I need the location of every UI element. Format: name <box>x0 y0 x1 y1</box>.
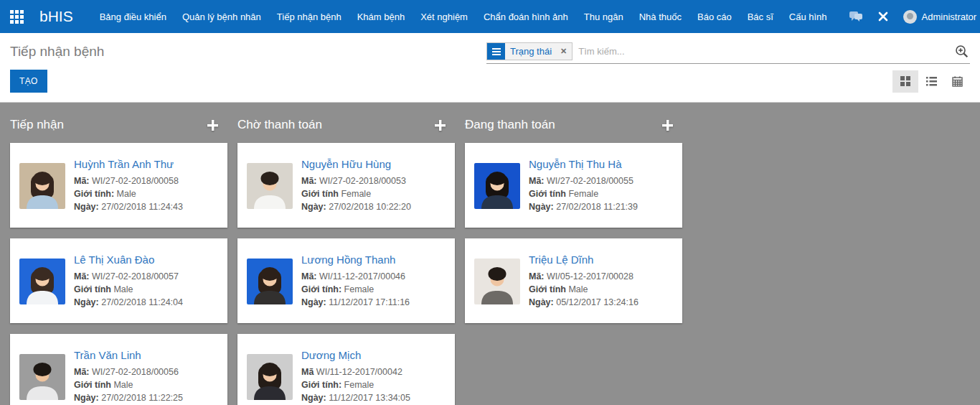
messages-icon[interactable] <box>849 11 863 22</box>
patient-name-link[interactable]: Nguyễn Thị Thu Hà <box>529 158 638 170</box>
column-title: Tiếp nhận <box>10 118 64 132</box>
patient-date: Ngày: 27/02/2018 11:22:25 <box>74 391 183 404</box>
create-button[interactable]: TẠO <box>10 70 47 93</box>
patient-name-link[interactable]: Trần Văn Linh <box>74 349 183 361</box>
view-switcher <box>892 70 970 93</box>
tools-icon[interactable] <box>877 11 889 22</box>
add-record-icon[interactable] <box>207 120 218 131</box>
patient-gender: Giới tính Male <box>529 283 639 296</box>
patient-code: Mã: WI/27-02-2018/00057 <box>74 270 183 283</box>
search-input[interactable] <box>573 44 955 59</box>
patient-code: Mã: WI/27-02-2018/00056 <box>74 366 183 378</box>
control-panel: Tiếp nhận bệnh Trạng thái ✕ <box>0 33 980 103</box>
facet-remove-icon[interactable]: ✕ <box>555 43 572 60</box>
patient-code: Mã: WI/11-12-2017/00046 <box>301 270 410 283</box>
facet-label: Trạng thái <box>505 43 555 60</box>
search-view: Trạng thái ✕ <box>486 42 970 64</box>
patient-date: Ngày: 27/02/2018 11:24:43 <box>74 200 183 213</box>
column-title: Đang thanh toán <box>465 118 555 132</box>
patient-date: Ngày: 11/12/2017 13:34:05 <box>301 391 410 404</box>
menu-item[interactable]: Nhà thuốc <box>631 11 689 22</box>
patient-date: Ngày: 27/02/2018 10:22:20 <box>301 200 411 213</box>
patient-gender: Giới tính Male <box>74 283 183 296</box>
kanban-view-button[interactable] <box>892 70 918 93</box>
filter-icon <box>487 43 505 60</box>
menu-item[interactable]: Bác sĩ <box>740 11 781 22</box>
list-view-button[interactable] <box>918 70 944 93</box>
app-brand[interactable]: bHIS <box>39 8 73 25</box>
patient-gender: Giới tính: Female <box>301 378 410 391</box>
patient-gender: Giới tính: Female <box>301 283 410 296</box>
patient-code: Mã: WI/27-02-2018/00055 <box>529 174 638 187</box>
patient-code: Mã WI/11-12-2017/00042 <box>301 366 410 378</box>
patient-gender: Giới tính Female <box>301 187 411 200</box>
kanban-board: Tiếp nhận Huỳnh Trần Anh Thư Mã: WI/27-0… <box>0 103 980 405</box>
patient-gender: Giới tính: Male <box>74 187 183 200</box>
patient-photo <box>19 163 65 209</box>
patient-card[interactable]: Trần Văn Linh Mã: WI/27-02-2018/00056 Gi… <box>10 334 227 405</box>
patient-gender: Giới tính Female <box>529 187 638 200</box>
kanban-column: Tiếp nhận Huỳnh Trần Anh Thư Mã: WI/27-0… <box>10 118 227 405</box>
patient-date: Ngày: 11/12/2017 17:11:16 <box>301 296 410 309</box>
add-record-icon[interactable] <box>662 120 673 131</box>
kanban-column: Chờ thanh toán Nguyễn Hữu Hùng Mã: WI/27… <box>237 118 455 405</box>
patient-card[interactable]: Nguyễn Thị Thu Hà Mã: WI/27-02-2018/0005… <box>465 143 682 228</box>
main-menu: Bảng điều khiểnQuản lý bệnh nhânTiếp nhậ… <box>92 11 835 22</box>
patient-card[interactable]: Huỳnh Trần Anh Thư Mã: WI/27-02-2018/000… <box>10 143 227 228</box>
patient-code: Mã: WI/27-02-2018/00058 <box>74 174 183 187</box>
navbar-right: Administrator <box>835 10 980 24</box>
patient-photo <box>19 259 65 304</box>
patient-photo <box>247 163 293 209</box>
patient-date: Ngày: 27/02/2018 11:24:04 <box>74 296 183 309</box>
top-navbar: bHIS Bảng điều khiểnQuản lý bệnh nhânTiế… <box>0 0 980 33</box>
search-facet: Trạng thái ✕ <box>486 42 573 60</box>
patient-card[interactable]: Nguyễn Hữu Hùng Mã: WI/27-02-2018/00053 … <box>237 143 455 228</box>
patient-card[interactable]: Triệu Lệ Dĩnh Mã: WI/05-12-2017/00028 Gi… <box>465 238 682 323</box>
patient-date: Ngày: 05/12/2017 13:24:16 <box>529 296 639 309</box>
menu-item[interactable]: Khám bệnh <box>349 11 413 22</box>
patient-photo <box>474 259 520 304</box>
user-avatar <box>903 10 917 24</box>
user-menu[interactable]: Administrator <box>903 10 980 24</box>
patient-card[interactable]: Lương Hồng Thanh Mã: WI/11-12-2017/00046… <box>237 238 455 323</box>
patient-name-link[interactable]: Huỳnh Trần Anh Thư <box>74 158 183 170</box>
patient-card[interactable]: Dương Mịch Mã WI/11-12-2017/00042 Giới t… <box>237 334 455 405</box>
menu-item[interactable]: Bảng điều khiển <box>92 11 174 22</box>
column-title: Chờ thanh toán <box>237 118 322 132</box>
add-record-icon[interactable] <box>435 120 446 131</box>
patient-gender: Giới tính Male <box>74 378 183 391</box>
patient-card[interactable]: Lê Thị Xuân Đào Mã: WI/27-02-2018/00057 … <box>10 238 227 323</box>
patient-photo <box>474 163 520 209</box>
menu-item[interactable]: Chẩn đoán hình ảnh <box>476 11 576 22</box>
page-title: Tiếp nhận bệnh <box>10 44 104 60</box>
patient-name-link[interactable]: Nguyễn Hữu Hùng <box>301 158 411 170</box>
patient-name-link[interactable]: Dương Mịch <box>301 349 410 361</box>
menu-item[interactable]: Tiếp nhận bệnh <box>269 11 349 22</box>
menu-item[interactable]: Thu ngân <box>576 11 631 22</box>
patient-photo <box>247 354 293 400</box>
menu-item[interactable]: Quản lý bệnh nhân <box>174 11 269 22</box>
patient-photo <box>247 259 293 304</box>
patient-name-link[interactable]: Lê Thị Xuân Đào <box>74 253 183 266</box>
menu-item[interactable]: Cấu hình <box>781 11 835 22</box>
patient-name-link[interactable]: Lương Hồng Thanh <box>301 253 410 266</box>
patient-name-link[interactable]: Triệu Lệ Dĩnh <box>529 253 639 266</box>
apps-grid-icon[interactable] <box>10 10 24 24</box>
menu-item[interactable]: Xét nghiệm <box>413 11 476 22</box>
search-zoom-icon[interactable] <box>955 45 969 58</box>
calendar-view-button[interactable] <box>944 70 970 93</box>
kanban-column: Đang thanh toán Nguyễn Thị Thu Hà Mã: WI… <box>465 118 682 405</box>
patient-photo <box>19 354 65 400</box>
patient-code: Mã: WI/27-02-2018/00053 <box>301 174 411 187</box>
patient-code: Mã: WI/05-12-2017/00028 <box>529 270 639 283</box>
user-name: Administrator <box>922 11 977 22</box>
menu-item[interactable]: Báo cáo <box>689 11 740 22</box>
patient-date: Ngày: 27/02/2018 11:21:39 <box>529 200 638 213</box>
